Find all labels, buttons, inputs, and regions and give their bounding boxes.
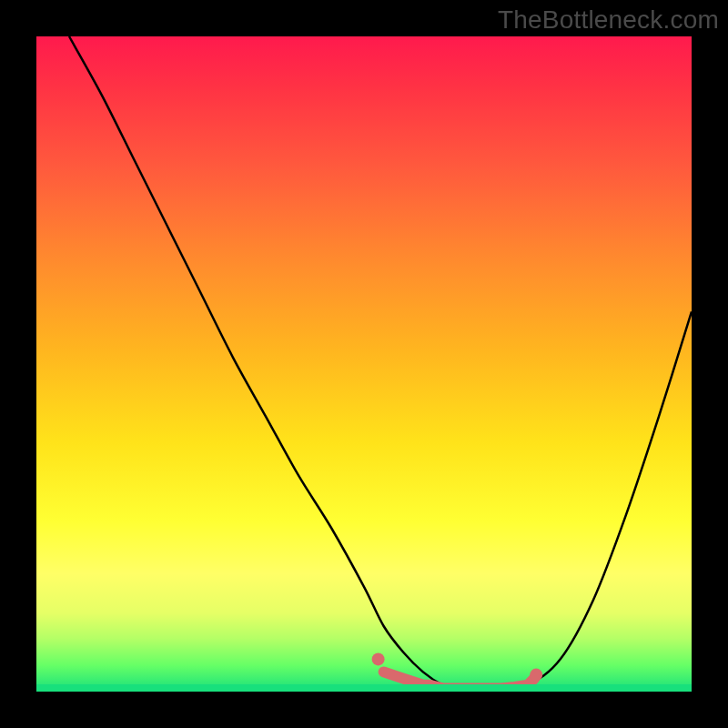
watermark-label: TheBottleneck.com — [498, 5, 719, 35]
marker-dot-left — [372, 652, 385, 665]
marker-dot-right — [530, 669, 542, 682]
bottleneck-curve — [69, 36, 692, 692]
plot-area — [36, 36, 692, 692]
highlight-markers — [372, 652, 543, 688]
curve-svg — [36, 36, 692, 692]
chart-frame: TheBottleneck.com — [0, 0, 728, 728]
baseline-strip — [36, 684, 692, 692]
